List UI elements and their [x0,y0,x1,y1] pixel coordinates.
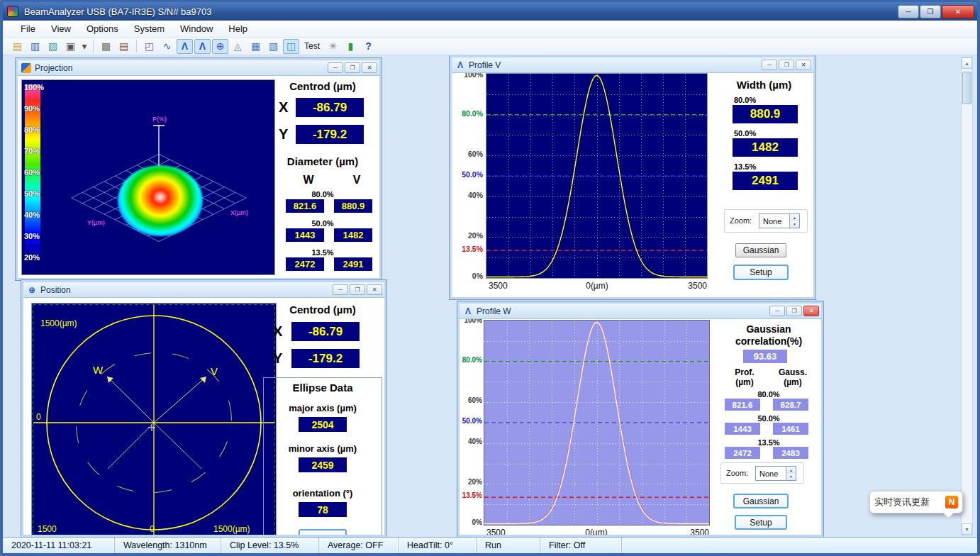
mdi-vertical-scrollbar[interactable]: ▲ ▼ [961,57,973,535]
close-button[interactable]: ✕ [796,60,811,70]
orientation-label: orientation (°) [265,488,381,499]
close-button[interactable]: ✕ [942,5,974,18]
diameter-v-135: 2491 [334,257,372,271]
news-notification-popup[interactable]: 实时资讯更新 N [869,491,963,513]
beam-3d-icon[interactable]: ◫ [283,39,299,54]
menu-view[interactable]: View [43,21,79,36]
major-axis-label: major axis (µm) [265,403,381,413]
centroid-x-label: X [279,99,288,116]
y-tick: 40% [460,438,482,445]
menu-file[interactable]: File [13,21,43,36]
diameter-w-50: 1443 [286,228,324,242]
open-file-icon[interactable]: ▤ [9,39,26,54]
setup-button[interactable]: Setup [733,265,789,280]
zoom-select[interactable]: None ▲ ▼ [755,466,796,481]
centroid-x-label: X [273,323,282,340]
profile-v-icon[interactable]: Λ [177,39,193,54]
close-button[interactable]: ✕ [803,306,819,316]
maximize-button[interactable]: ❐ [350,284,365,295]
colorbar-label: 80% [24,126,52,134]
colorbar-label: 50% [24,189,52,198]
chart-icon[interactable]: ▦ [247,39,264,54]
scrollbar-thumb[interactable] [962,72,971,104]
w-axis-label: W [93,364,104,376]
test-button[interactable]: Test [304,41,320,51]
centroid-y-value: -179.2 [291,349,360,368]
position-window-icon: ⊕ [27,285,37,295]
y-tick: 40% [453,191,483,199]
clip-135-label: 13.5% [716,438,821,447]
column-w: W [294,174,323,187]
position-plot: W V 1500(µm) 0 1500 0 1500(µm) [31,303,277,535]
diameter-v-80: 880.9 [334,199,372,213]
minimize-button[interactable]: ─ [328,62,343,73]
clip-50-label: 50.0% [716,414,821,423]
scale-bottom-left: 1500 [38,524,57,534]
main-titlebar[interactable]: BeamAnalyzer USB (BA7-IR3E) S/N# ba9703 … [3,2,977,21]
spin-down-icon[interactable]: ▼ [790,221,799,228]
diameter-v-50: 1482 [334,228,372,242]
profile-w-icon[interactable]: Λ [194,39,211,54]
scroll-down-icon[interactable]: ▼ [962,523,972,535]
zoom-select[interactable]: None ▲ ▼ [759,213,800,228]
minimize-button[interactable]: ─ [333,284,348,295]
y-tick: 80.0% [460,356,482,364]
x-tick-right: 3500 [672,528,709,535]
histogram-icon[interactable]: ▧ [265,39,282,54]
gaussian-button[interactable]: Gaussian [733,494,789,508]
projection-3d-icon[interactable]: ◬ [230,39,246,54]
width-135-value: 2491 [733,172,798,190]
close-button[interactable]: ✕ [362,62,377,73]
print-dropdown-icon[interactable]: ▾ [80,39,89,54]
save-icon[interactable]: ▥ [27,39,43,54]
log-icon[interactable]: ▤ [116,39,132,54]
profile-w-titlebar[interactable]: Λ Profile W ─ ❐ ✕ [460,304,821,319]
position-window: ⊕ Position ─ ❐ ✕ [21,280,386,537]
position-icon[interactable]: ⊕ [212,39,228,54]
status-datetime: 2020-11-11 11:03:21 [3,538,115,553]
green-chart-icon[interactable]: ▮ [343,39,359,54]
minimize-button[interactable]: ─ [769,306,785,316]
minimize-button[interactable]: ─ [898,5,919,18]
close-button[interactable]: ✕ [367,284,382,295]
profile-x-icon[interactable]: ∿ [159,39,175,54]
centroid-y-label: Y [279,126,288,143]
beam-spot [118,165,203,236]
projection-titlebar[interactable]: Projection ─ ❐ ✕ [18,60,379,76]
menu-window[interactable]: Window [172,21,221,36]
image-view-icon[interactable]: ◰ [141,39,157,54]
help-icon[interactable]: ? [360,39,377,54]
maximize-button[interactable]: ❐ [345,62,360,73]
profile-w-plot [484,320,710,526]
maximize-button[interactable]: ❐ [786,306,802,316]
profile-v-titlebar[interactable]: Λ Profile V ─ ❐ ✕ [452,57,813,73]
menu-bar: File View Options System Window Help [3,21,977,38]
menu-help[interactable]: Help [221,21,255,36]
maximize-button[interactable]: ❐ [920,5,941,18]
centroid-y-label: Y [273,350,282,367]
position-titlebar[interactable]: ⊕ Position ─ ❐ ✕ [23,282,384,298]
export-image-icon[interactable]: ▨ [45,39,61,54]
copy-icon[interactable]: ▩ [98,39,114,54]
status-bar: 2020-11-11 11:03:21 Wavelength: 1310nm C… [3,537,977,553]
news-badge-icon: N [945,496,958,508]
spin-up-icon[interactable]: ▲ [790,214,799,221]
setup-button[interactable]: Setup [735,515,787,530]
scroll-up-icon[interactable]: ▲ [962,57,972,69]
gaussian-button[interactable]: Gaussian [735,243,786,257]
x-axis-label: X(µm) [230,209,248,216]
x-tick-left: 3500 [486,528,529,535]
toolbar-separator [136,40,137,52]
minimize-button[interactable]: ─ [762,60,777,70]
spin-up-icon[interactable]: ▲ [786,467,796,474]
maximize-button[interactable]: ❐ [779,60,794,70]
spin-down-icon[interactable]: ▼ [786,474,796,481]
menu-system[interactable]: System [126,21,172,36]
y-axis-label: Y(µm) [87,219,105,226]
print-icon[interactable]: ▣ [62,39,79,54]
clip-50-label: 50.0% [267,219,378,228]
clipped-button[interactable] [299,529,347,535]
settings-icon[interactable]: ✳ [325,39,341,54]
menu-options[interactable]: Options [79,21,126,36]
orientation-value: 78 [299,502,347,517]
